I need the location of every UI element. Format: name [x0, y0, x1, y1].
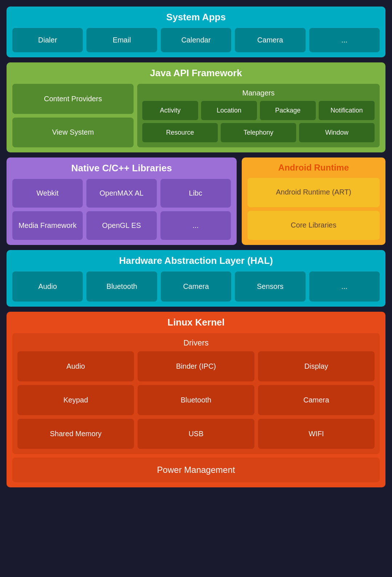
system-apps-layer: System Apps Dialer Email Calendar Camera…: [7, 7, 385, 57]
drivers-title: Drivers: [17, 338, 375, 348]
driver-audio: Audio: [17, 351, 134, 381]
native-grid: Webkit OpenMAX AL Libc Media Framework O…: [12, 179, 231, 240]
java-api-left: Content Providers View System: [12, 84, 134, 147]
driver-bluetooth: Bluetooth: [138, 385, 254, 415]
content-providers: Content Providers: [12, 84, 134, 114]
hal-layer: Hardware Abstraction Layer (HAL) Audio B…: [7, 250, 385, 307]
runtime-art: Android Runtime (ART): [248, 178, 380, 207]
driver-wifi: WIFI: [258, 419, 375, 449]
manager-window: Window: [299, 123, 375, 142]
hal-grid: Audio Bluetooth Camera Sensors ...: [12, 271, 380, 302]
lib-libc: Libc: [160, 179, 231, 208]
lib-webkit: Webkit: [12, 179, 83, 208]
linux-kernel-layer: Linux Kernel Drivers Audio Binder (IPC) …: [7, 312, 385, 487]
drivers-grid: Audio Binder (IPC) Display Keypad Blueto…: [17, 351, 375, 449]
native-layer: Native C/C++ Libraries Webkit OpenMAX AL…: [7, 157, 237, 245]
java-api-title: Java API Framework: [12, 67, 380, 79]
app-dialer: Dialer: [12, 28, 83, 52]
manager-package: Package: [260, 101, 316, 120]
manager-telephony: Telephony: [221, 123, 296, 142]
native-runtime-row: Native C/C++ Libraries Webkit OpenMAX AL…: [7, 157, 385, 245]
native-title: Native C/C++ Libraries: [12, 163, 231, 174]
power-management: Power Management: [12, 458, 380, 482]
drivers-box: Drivers Audio Binder (IPC) Display Keypa…: [12, 333, 380, 454]
hal-sensors: Sensors: [235, 271, 305, 302]
java-api-inner: Content Providers View System Managers A…: [12, 84, 380, 147]
system-apps-grid: Dialer Email Calendar Camera ...: [12, 28, 380, 52]
app-more: ...: [309, 28, 380, 52]
lib-openmax: OpenMAX AL: [86, 179, 157, 208]
managers-row1: Activity Location Package Notification: [142, 101, 375, 120]
app-camera: Camera: [235, 28, 305, 52]
managers-row2: Resource Telephony Window: [142, 123, 375, 142]
view-system: View System: [12, 118, 134, 148]
hal-bluetooth: Bluetooth: [86, 271, 157, 302]
driver-display: Display: [258, 351, 375, 381]
manager-notification: Notification: [319, 101, 375, 120]
java-api-layer: Java API Framework Content Providers Vie…: [7, 62, 385, 152]
hal-more: ...: [309, 271, 380, 302]
hal-audio: Audio: [12, 271, 83, 302]
manager-location: Location: [201, 101, 257, 120]
driver-camera: Camera: [258, 385, 375, 415]
driver-usb: USB: [138, 419, 254, 449]
linux-kernel-title: Linux Kernel: [12, 317, 380, 328]
system-apps-title: System Apps: [12, 12, 380, 23]
driver-shared-memory: Shared Memory: [17, 419, 134, 449]
driver-keypad: Keypad: [17, 385, 134, 415]
manager-resource: Resource: [142, 123, 218, 142]
lib-media-framework: Media Framework: [12, 211, 83, 240]
hal-title: Hardware Abstraction Layer (HAL): [12, 255, 380, 266]
lib-more: ...: [160, 211, 231, 240]
app-calendar: Calendar: [161, 28, 231, 52]
driver-binder: Binder (IPC): [138, 351, 254, 381]
android-runtime-layer: Android Runtime Android Runtime (ART) Co…: [242, 157, 385, 245]
managers-box: Managers Activity Location Package Notif…: [137, 84, 380, 147]
hal-camera: Camera: [161, 271, 231, 302]
manager-activity: Activity: [142, 101, 198, 120]
app-email: Email: [86, 28, 157, 52]
runtime-grid: Android Runtime (ART) Core Libraries: [248, 178, 380, 240]
lib-opengl: OpenGL ES: [86, 211, 157, 240]
managers-title: Managers: [142, 89, 375, 97]
runtime-core-libs: Core Libraries: [248, 211, 380, 240]
android-runtime-title: Android Runtime: [248, 163, 380, 173]
